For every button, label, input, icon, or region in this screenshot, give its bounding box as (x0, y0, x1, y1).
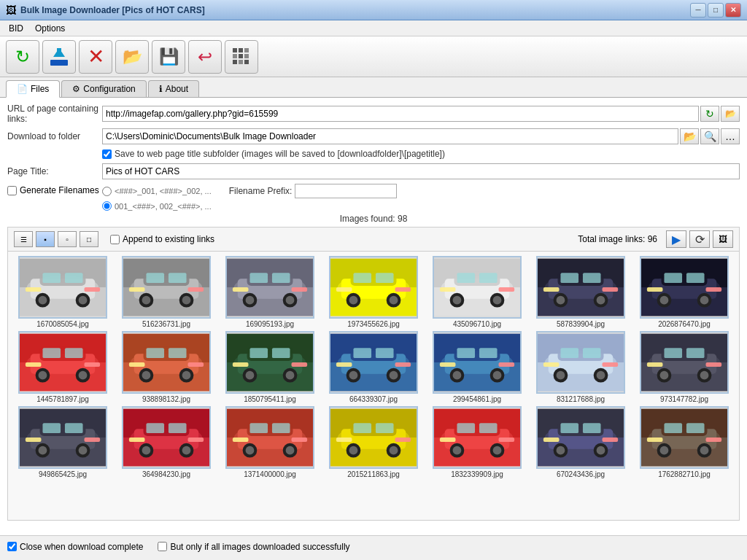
image-cell[interactable]: 1371400000.jpg (220, 406, 320, 478)
maximize-button[interactable]: □ (708, 3, 724, 18)
tab-files[interactable]: 📄 Files (6, 80, 60, 98)
tabs: 📄 Files ⚙ Configuration ℹ About (0, 77, 747, 98)
image-cell[interactable]: 1670085054.jpg (12, 256, 113, 328)
save-subfolder-row: Save to web page title subfolder (images… (7, 149, 740, 159)
view-medium-button[interactable]: ▫ (58, 231, 77, 247)
download-button[interactable] (42, 40, 76, 74)
svg-point-228 (246, 446, 255, 455)
folder-more-button[interactable]: … (721, 128, 740, 144)
refresh-links-button[interactable]: ⟳ (689, 230, 710, 248)
svg-rect-186 (664, 348, 682, 358)
radio-prefix-numbering[interactable] (102, 201, 112, 211)
svg-point-87 (597, 296, 605, 305)
svg-point-178 (597, 371, 605, 380)
image-cell[interactable]: 435096710.jpg (427, 256, 527, 328)
svg-rect-63 (395, 287, 411, 292)
url-input[interactable] (102, 106, 699, 122)
image-cell[interactable]: 169095193.jpg (220, 256, 320, 328)
image-cell[interactable]: 1832339909.jpg (427, 406, 527, 478)
svg-rect-5 (244, 48, 249, 52)
svg-point-98 (660, 296, 669, 305)
image-thumb (433, 406, 522, 469)
image-cell[interactable]: 831217688.jpg (530, 331, 631, 403)
menu-options[interactable]: Options (29, 22, 71, 35)
only-if-all-checkbox[interactable] (158, 542, 167, 551)
image-cell[interactable]: 938898132.jpg (116, 331, 217, 403)
go-button[interactable]: ↻ (6, 40, 39, 74)
folder-input[interactable] (102, 128, 678, 144)
image-grid-container[interactable]: 1670085054.jpg 516236731.jpg (7, 251, 740, 521)
svg-point-46 (246, 296, 255, 305)
stop-button[interactable]: ✕ (79, 40, 112, 74)
radio-suffix-numbering[interactable] (102, 187, 112, 196)
svg-rect-193 (706, 362, 722, 367)
download-action-button[interactable]: ▶ (666, 230, 686, 248)
tab-about[interactable]: ℹ About (148, 80, 199, 97)
image-cell[interactable]: 664339307.jpg (323, 331, 424, 403)
minimize-button[interactable]: ─ (690, 3, 706, 18)
svg-point-61 (390, 296, 398, 305)
page-title-input[interactable] (102, 163, 740, 179)
svg-rect-271 (603, 438, 619, 442)
image-action-button[interactable]: 🖼 (713, 230, 733, 248)
svg-rect-231 (233, 438, 249, 442)
svg-rect-278 (686, 423, 705, 433)
image-cell[interactable]: 2015211863.jpg (323, 406, 424, 478)
svg-rect-219 (188, 438, 204, 442)
svg-rect-179 (543, 362, 560, 367)
image-thumb (329, 256, 418, 319)
svg-rect-140 (233, 362, 249, 367)
image-cell[interactable]: 516236731.jpg (116, 256, 217, 328)
image-cell[interactable]: 1445781897.jpg (12, 331, 113, 403)
svg-rect-18 (65, 273, 83, 283)
svg-rect-284 (706, 438, 722, 442)
image-cell[interactable]: 949865425.jpg (12, 406, 113, 478)
image-cell[interactable]: 1762882710.jpg (634, 406, 735, 478)
svg-rect-2 (57, 48, 61, 57)
view-list-button[interactable]: ☰ (14, 231, 33, 247)
image-cell[interactable]: 1973455626.jpg (323, 256, 424, 328)
svg-rect-101 (647, 287, 663, 292)
generate-filenames-checkbox[interactable] (7, 186, 17, 195)
save-button[interactable]: 💾 (152, 40, 185, 74)
svg-rect-95 (664, 273, 682, 283)
url-refresh-button[interactable]: ↻ (700, 106, 719, 122)
image-thumb (433, 331, 522, 394)
refresh-button[interactable]: ↩ (188, 40, 222, 74)
view-large-button[interactable]: □ (80, 231, 98, 247)
image-cell[interactable]: 1850795411.jpg (220, 331, 320, 403)
url-folder-button[interactable]: 📂 (721, 106, 740, 122)
image-cell[interactable]: 587839904.jpg (530, 256, 631, 328)
image-thumb (122, 256, 211, 319)
files-tab-label: Files (31, 84, 49, 94)
image-thumb (640, 331, 729, 394)
close-button[interactable]: ✕ (725, 3, 741, 18)
generate-filenames-label: Generate Filenames (20, 185, 99, 195)
view-small-button[interactable]: ▪ (36, 231, 55, 247)
image-cell[interactable]: 364984230.jpg (116, 406, 217, 478)
save-subfolder-checkbox[interactable] (102, 149, 112, 159)
svg-rect-141 (292, 362, 308, 367)
window-title: Bulk Image Downloader [Pics of HOT CARS] (20, 5, 690, 15)
svg-point-100 (700, 296, 709, 305)
open-folder-button[interactable]: 📂 (115, 40, 149, 74)
image-cell[interactable]: 2026876470.jpg (634, 256, 735, 328)
append-checkbox[interactable] (110, 235, 120, 244)
browse-folder-button[interactable]: 📂 (680, 128, 699, 144)
grid-button[interactable] (225, 40, 258, 74)
tab-configuration[interactable]: ⚙ Configuration (61, 80, 146, 97)
image-cell[interactable]: 299454861.jpg (427, 331, 527, 403)
prefix-input[interactable] (295, 184, 397, 198)
close-when-done-checkbox[interactable] (7, 542, 17, 551)
image-filename: 831217688.jpg (557, 395, 605, 403)
image-cell[interactable]: 670243436.jpg (530, 406, 631, 478)
svg-rect-30 (146, 273, 164, 283)
radio-suffix-label: <###>_001, <###>_002, ... (115, 187, 212, 195)
total-links-text: Total image links: 96 (217, 234, 657, 244)
image-cell[interactable]: 973147782.jpg (634, 331, 735, 403)
append-label: Append to existing links (123, 234, 214, 244)
svg-rect-114 (26, 362, 42, 367)
menu-bid[interactable]: BID (3, 22, 29, 35)
folder-action-button[interactable]: 🔍 (700, 128, 719, 144)
main-content: URL of page containing links: ↻ 📂 Downlo… (0, 98, 747, 535)
